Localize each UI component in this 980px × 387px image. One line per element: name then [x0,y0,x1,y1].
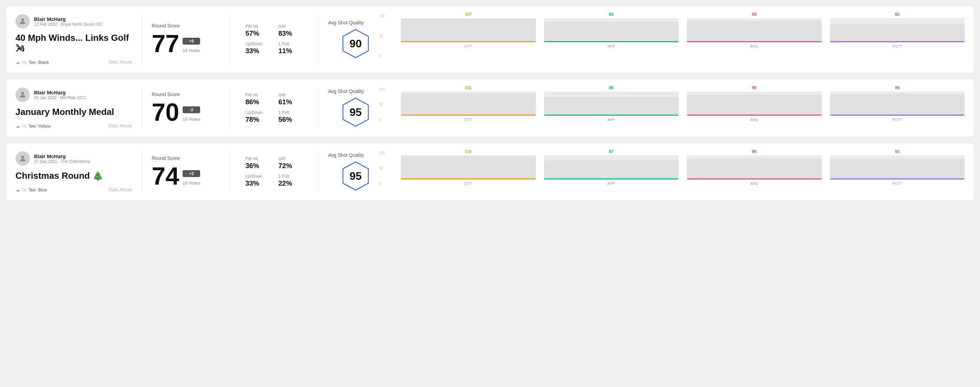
bar-fill [401,155,536,179]
quality-score-value: 95 [350,106,362,119]
bar-fill [401,94,536,116]
stat-value-upDown: 33% [245,179,270,187]
stat-upDown: Up/Down78% [245,110,270,124]
stat-gir: GIR72% [278,157,303,170]
chart-section: 100500107OTT95APP98ARG82PUTT [383,14,964,65]
stat-value-onePutt: 11% [278,47,303,55]
divider-3 [318,14,318,65]
bar-fill [687,159,822,179]
user-info: Blair McHarg29 Jan 2022 · Mill Ride GCC [16,87,132,102]
bar-group: 95APP [544,12,679,48]
bar-axis-label: OTT [465,118,472,122]
stat-label-gir: GIR [278,157,303,161]
holes-text: 18 Holes [183,117,200,122]
bar-value-label: 86 [609,86,613,90]
user-name: Blair McHarg [34,16,103,22]
stat-value-fwHit: 57% [245,30,270,37]
bar-group: 95ARG [687,149,822,186]
round-card-2: Blair McHarg29 Jan 2022 · Mill Ride GCCJ… [5,79,975,137]
bar-value-label: 110 [465,149,472,154]
score-badge: +2 [183,170,200,177]
user-name: Blair McHarg [34,90,86,95]
bar-wrapper [830,18,965,42]
divider-1 [142,151,142,192]
chart-y-labels: 100500 [379,14,385,58]
bar-value-label: 95 [609,12,613,17]
stat-label-fwHit: FW Hit [245,24,270,29]
bar-wrapper [687,155,822,179]
score-badge: +5 [183,38,200,44]
bar-axis-label: PUTT [892,181,902,186]
score-meta: +518 Holes [183,38,200,56]
bar-fill [830,94,965,116]
tee-label: Tee: Blue [29,187,47,192]
bar-fill [687,21,822,42]
bar-axis-label: APP [608,118,615,122]
quality-label: Avg Shot Quality [328,152,364,158]
score-row: 74+218 Holes [152,163,220,188]
stat-fwHit: FW Hit57% [245,24,270,37]
bar-group: 96ARG [687,86,822,122]
stat-label-fwHit: FW Hit [245,157,270,161]
stat-label-fwHit: FW Hit [245,93,270,97]
bar-axis-label: ARG [750,44,758,48]
stat-upDown: Up/Down33% [245,41,270,55]
bottom-row: ☁ 🌬 Tee: BlackData: Arccos [16,59,132,65]
bar-axis-label: ARG [750,118,758,122]
bar-wrapper [544,155,679,179]
user-date: 27 Dec 2021 · The Oxfordshire [34,159,90,164]
bar-chart-wrapper: 100500101OTT86APP96ARG99PUTT [390,87,964,128]
bar-value-label: 93 [895,149,899,154]
stats-section: FW Hit57%GIR83%Up/Down33%1 Putt11% [240,14,309,65]
stat-onePutt: 1 Putt22% [278,174,303,187]
user-text: Blair McHarg12 Feb 2022 · Royal North De… [34,16,103,27]
left-section: Blair McHarg12 Feb 2022 · Royal North De… [16,14,132,65]
stat-value-onePutt: 56% [278,116,303,124]
data-source: Data: Arccos [109,124,132,128]
bar-wrapper [544,18,679,42]
stat-value-gir: 83% [278,30,303,37]
chart-y-labels: 100500 [379,151,385,186]
bar-fill [830,159,965,179]
bar-wrapper [401,18,536,42]
stat-value-fwHit: 86% [245,98,270,106]
stat-upDown: Up/Down33% [245,174,270,187]
stat-gir: GIR83% [278,24,303,37]
stats-grid: FW Hit36%GIR72%Up/Down33%1 Putt22% [245,157,303,187]
score-number: 77 [152,31,179,56]
chart-y-labels: 100500 [379,87,385,122]
divider-1 [142,87,142,128]
round-title: January Monthly Medal [16,107,132,117]
tee-label: Tee: Black [29,60,49,65]
bar-fill [830,24,965,42]
chart-section: 100500110OTT87APP95ARG93PUTT [383,151,964,192]
round-card-3: Blair McHarg27 Dec 2021 · The Oxfordshir… [5,143,975,201]
score-row: 77+518 Holes [152,31,220,56]
bar-value-label: 107 [465,12,472,17]
bar-wrapper [401,155,536,179]
stat-value-onePutt: 22% [278,179,303,187]
score-number: 70 [152,100,179,125]
score-section: Round Score70-218 Holes [152,87,220,128]
stat-label-onePutt: 1 Putt [278,41,303,46]
divider-1 [142,14,142,65]
bar-axis-label: OTT [465,44,472,48]
score-label: Round Score [152,23,220,29]
weather-icon: ☁ 🌬 [16,123,26,128]
bar-axis-label: APP [608,44,615,48]
weather-icon: ☁ 🌬 [16,187,26,192]
bar-group: 86APP [544,86,679,122]
user-name: Blair McHarg [34,153,90,159]
tee-info: ☁ 🌬 Tee: Yellow [16,123,51,128]
bar-chart: 107OTT95APP98ARG82PUTT [401,14,964,55]
round-title: Christmas Round 🎄 [16,171,132,181]
chart-section: 100500101OTT86APP96ARG99PUTT [383,87,964,128]
bar-group: 93PUTT [830,149,965,186]
bar-chart-wrapper: 100500110OTT87APP95ARG93PUTT [390,151,964,192]
user-text: Blair McHarg27 Dec 2021 · The Oxfordshir… [34,153,90,164]
score-badge: -2 [183,106,200,113]
bar-group: 98ARG [687,12,822,48]
bar-value-label: 82 [895,12,899,17]
stat-label-upDown: Up/Down [245,41,270,46]
stats-section: FW Hit86%GIR61%Up/Down78%1 Putt56% [240,87,309,128]
